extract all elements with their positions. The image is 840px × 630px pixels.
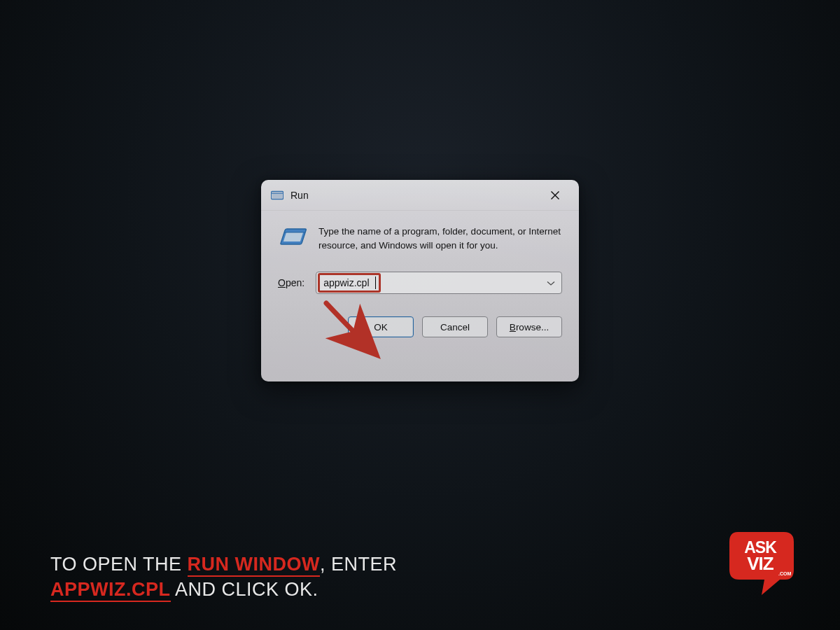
- dialog-description: Type the name of a program, folder, docu…: [318, 225, 562, 252]
- titlebar[interactable]: Run: [261, 180, 579, 211]
- logo-line3: .COM: [778, 571, 791, 576]
- svg-rect-6: [284, 232, 303, 241]
- browse-button[interactable]: Browse...: [496, 316, 562, 337]
- run-dialog: Run Type the name of a program, folder, …: [261, 180, 579, 382]
- close-icon: [550, 190, 560, 200]
- run-large-icon: [278, 226, 306, 250]
- logo-line2: VIZ: [747, 553, 774, 574]
- open-label: Open:: [278, 277, 304, 288]
- text-caret: [375, 276, 376, 289]
- open-input[interactable]: [316, 272, 562, 294]
- open-combo-wrap: [316, 272, 562, 294]
- ok-button[interactable]: OK: [348, 316, 414, 337]
- open-row: Open:: [261, 258, 579, 294]
- button-row: OK Cancel Browse...: [261, 294, 579, 337]
- dialog-body: Type the name of a program, folder, docu…: [261, 211, 579, 258]
- window-title: Run: [290, 190, 540, 201]
- close-button[interactable]: [540, 185, 570, 206]
- run-icon: [271, 190, 284, 200]
- caption: TO OPEN THE RUN WINDOW, ENTER APPWIZ.CPL…: [50, 552, 554, 603]
- cancel-button[interactable]: Cancel: [422, 316, 488, 337]
- askviz-logo: ASK VIZ .COM: [724, 526, 799, 602]
- caption-text: TO OPEN THE RUN WINDOW, ENTER APPWIZ.CPL…: [50, 552, 554, 603]
